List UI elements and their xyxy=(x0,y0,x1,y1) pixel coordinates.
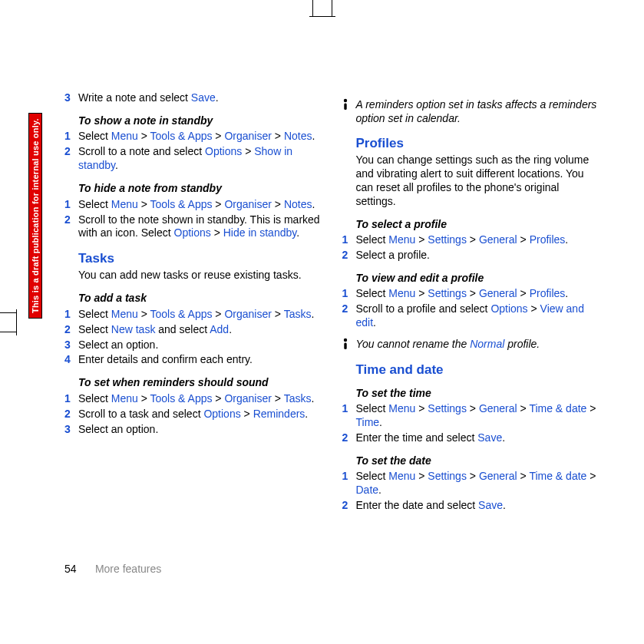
list-item: 2 Enter the time and select Save. xyxy=(342,431,599,445)
note-block: You cannot rename the Normal profile. xyxy=(342,338,599,352)
svg-point-2 xyxy=(343,339,346,342)
info-icon xyxy=(342,98,356,125)
list-item: 1 Select Menu > Settings > General > Tim… xyxy=(342,470,599,497)
step-text: Select Menu > Tools & Apps > Organiser >… xyxy=(78,198,321,212)
step-text: Enter details and confirm each entry. xyxy=(78,353,321,367)
step-number: 1 xyxy=(64,130,78,144)
step-number: 2 xyxy=(64,213,78,241)
step-number: 3 xyxy=(64,423,78,437)
note-text: You cannot rename the Normal profile. xyxy=(356,338,599,352)
step-text: Scroll to the note shown in standby. Thi… xyxy=(78,213,321,241)
procedure-title: To view and edit a profile xyxy=(356,272,599,286)
manual-page: This is a draft publication for internal… xyxy=(0,0,644,644)
procedure-title: To set the date xyxy=(356,454,599,468)
step-text: Select an option. xyxy=(78,339,321,352)
step-number: 1 xyxy=(64,392,78,406)
step-number: 1 xyxy=(64,198,78,212)
list-item: 1 Select Menu > Settings > General > Pro… xyxy=(342,287,599,301)
step-text: Select Menu > Tools & Apps > Organiser >… xyxy=(78,130,321,144)
step-number: 1 xyxy=(342,233,356,247)
step-number: 2 xyxy=(342,431,356,445)
step-text: Select a profile. xyxy=(356,249,599,263)
note-text: A reminders option set in tasks affects … xyxy=(356,98,599,125)
list-item: 2 Select a profile. xyxy=(342,249,599,263)
step-text: Select Menu > Settings > General > Time … xyxy=(356,402,599,430)
step-text: Enter the date and select Save. xyxy=(356,499,599,513)
section-name: More features xyxy=(95,563,161,575)
step-number: 3 xyxy=(64,91,78,105)
step-text: Select Menu > Settings > General > Profi… xyxy=(356,233,599,247)
step-text: Select Menu > Tools & Apps > Organiser >… xyxy=(78,392,321,406)
step-text: Scroll to a profile and select Options >… xyxy=(356,302,599,330)
step-number: 2 xyxy=(342,302,356,330)
list-item: 2 Enter the date and select Save. xyxy=(342,499,599,513)
section-heading-tasks: Tasks xyxy=(78,251,321,266)
note-block: A reminders option set in tasks affects … xyxy=(342,98,599,125)
list-item: 1 Select Menu > Tools & Apps > Organiser… xyxy=(64,130,321,144)
crop-mark-left xyxy=(0,312,17,332)
step-text: Select Menu > Tools & Apps > Organiser >… xyxy=(78,308,321,322)
section-heading-profiles: Profiles xyxy=(356,136,599,151)
column-right: A reminders option set in tasks affects … xyxy=(342,91,599,598)
step-text: Write a note and select Save. xyxy=(78,91,321,105)
step-text: Enter the time and select Save. xyxy=(356,431,599,445)
step-number: 1 xyxy=(342,402,356,430)
step-text: Scroll to a note and select Options > Sh… xyxy=(78,145,321,173)
step-text: Scroll to a task and select Options > Re… xyxy=(78,408,321,421)
crop-mark-top xyxy=(312,0,332,17)
list-item: 2 Scroll to a task and select Options > … xyxy=(64,408,321,421)
step-number: 2 xyxy=(342,499,356,513)
svg-rect-1 xyxy=(344,104,346,111)
list-item: 1 Select Menu > Settings > General > Pro… xyxy=(342,233,599,247)
list-item: 4 Enter details and confirm each entry. xyxy=(64,353,321,367)
procedure-title: To set when reminders should sound xyxy=(78,376,321,390)
procedure-title: To set the time xyxy=(356,387,599,401)
procedure-title: To add a task xyxy=(78,292,321,305)
step-number: 2 xyxy=(64,408,78,421)
list-item: 3 Select an option. xyxy=(64,339,321,352)
step-number: 3 xyxy=(64,339,78,352)
step-number: 2 xyxy=(64,323,78,337)
list-item: 1 Select Menu > Tools & Apps > Organiser… xyxy=(64,198,321,212)
step-number: 2 xyxy=(342,249,356,263)
list-item: 2 Scroll to a note and select Options > … xyxy=(64,145,321,173)
list-item: 2 Scroll to a profile and select Options… xyxy=(342,302,599,330)
section-body: You can add new tasks or reuse existing … xyxy=(78,269,321,282)
list-item: 2 Select New task and select Add. xyxy=(64,323,321,337)
procedure-title: To hide a note from standby xyxy=(78,182,321,196)
step-text: Select Menu > Settings > General > Time … xyxy=(356,470,599,497)
step-text: Select Menu > Settings > General > Profi… xyxy=(356,287,599,301)
section-body: You can change settings such as the ring… xyxy=(356,154,599,209)
page-number: 54 xyxy=(64,563,92,575)
draft-watermark: This is a draft publication for internal… xyxy=(28,113,42,319)
list-item: 1 Select Menu > Tools & Apps > Organiser… xyxy=(64,392,321,406)
step-number: 1 xyxy=(342,470,356,497)
list-item: 2 Scroll to the note shown in standby. T… xyxy=(64,213,321,241)
step-number: 2 xyxy=(64,145,78,173)
list-item: 3 Select an option. xyxy=(64,423,321,437)
list-item: 3 Write a note and select Save. xyxy=(64,91,321,105)
svg-point-0 xyxy=(343,99,346,102)
step-number: 4 xyxy=(64,353,78,367)
step-text: Select New task and select Add. xyxy=(78,323,321,337)
list-item: 1 Select Menu > Tools & Apps > Organiser… xyxy=(64,308,321,322)
step-number: 1 xyxy=(64,308,78,322)
step-number: 1 xyxy=(342,287,356,301)
step-text: Select an option. xyxy=(78,423,321,437)
procedure-title: To show a note in standby xyxy=(78,114,321,128)
page-content: 3 Write a note and select Save. To show … xyxy=(64,91,598,598)
section-heading-time-date: Time and date xyxy=(356,362,599,378)
list-item: 1 Select Menu > Settings > General > Tim… xyxy=(342,402,599,430)
procedure-title: To select a profile xyxy=(356,218,599,232)
column-left: 3 Write a note and select Save. To show … xyxy=(64,91,321,598)
info-icon xyxy=(342,338,356,352)
svg-rect-3 xyxy=(344,343,346,350)
page-footer: 54 More features xyxy=(64,563,161,575)
